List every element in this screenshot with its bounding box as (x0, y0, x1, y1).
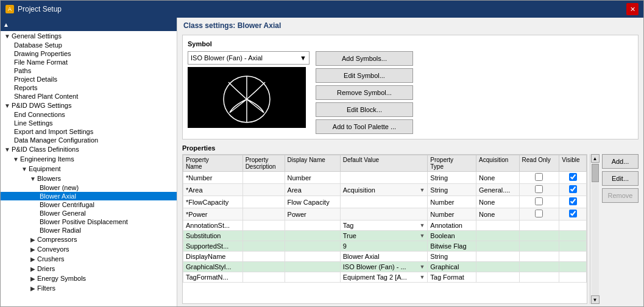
tree-item-paths[interactable]: Paths (1, 66, 177, 75)
table-row[interactable]: *FlowCapacity Flow Capacity Number None (183, 196, 587, 208)
tree-item-data-manager[interactable]: Data Manager Configuration (1, 136, 177, 144)
visible-checkbox[interactable] (569, 197, 577, 205)
cell-visible (559, 272, 587, 283)
cell-acq: None (476, 196, 519, 208)
properties-table-container[interactable]: PropertyName PropertyDescription Display… (182, 154, 587, 304)
tree-item-compressors[interactable]: ▶ Compressors (1, 235, 177, 244)
edit-property-button[interactable]: Edit... (602, 171, 639, 186)
tree-item-engineering-items[interactable]: ▼ Engineering Items (1, 154, 177, 164)
tree-item-drawing-properties[interactable]: Drawing Properties (1, 49, 177, 58)
tree-item-driers[interactable]: ▶ Driers (1, 264, 177, 273)
table-row[interactable]: SupportedSt... 9 Bitwise Flag (183, 241, 587, 252)
tree-item-blower-new[interactable]: Blower (new) (1, 183, 177, 192)
scroll-thumb[interactable] (592, 164, 599, 182)
tree-item-blower-centrifugal[interactable]: Blower Centrifugal (1, 200, 177, 209)
tree-item-blower-radial[interactable]: Blower Radial (1, 226, 177, 235)
table-row[interactable]: Substitution True ▼ (183, 231, 587, 241)
expand-icon-energy[interactable]: ▶ (29, 274, 37, 283)
readonly-checkbox[interactable] (535, 185, 543, 193)
tree-item-database-setup[interactable]: Database Setup (1, 41, 177, 49)
cell-readonly (519, 231, 559, 241)
remove-property-button[interactable]: Remove (602, 188, 639, 203)
class-settings-header: Class settings: Blower Axial (177, 18, 643, 32)
tree-item-equipment[interactable]: ▼ Equipment (1, 164, 177, 174)
expand-icon-pid-dwg[interactable]: ▼ (3, 101, 12, 110)
expand-icon-crushers[interactable]: ▶ (29, 255, 37, 263)
default-value-dropdown[interactable]: Equipment Tag 2 [A... ▼ (343, 273, 425, 281)
expand-icon-compressors[interactable]: ▶ (29, 235, 37, 244)
tree-item-line-settings[interactable]: Line Settings (1, 119, 177, 127)
tree-item-energy-symbols[interactable]: ▶ Energy Symbols (1, 273, 177, 283)
cell-acq (476, 252, 519, 262)
visible-checkbox[interactable] (569, 210, 577, 217)
tree-item-blower-axial[interactable]: Blower Axial (1, 192, 177, 200)
expand-icon-blowers[interactable]: ▼ (29, 174, 37, 183)
cell-type: Number (428, 208, 476, 221)
edit-symbol-button[interactable]: Edit Symbol... (316, 68, 413, 83)
default-value-dropdown[interactable]: Tag ▼ (343, 222, 425, 229)
tree-item-end-connections[interactable]: End Connections (1, 110, 177, 119)
cell-name: Substitution (183, 231, 243, 241)
expand-icon-general[interactable]: ▼ (3, 32, 12, 40)
scroll-up-arrow[interactable]: ▲ (591, 154, 600, 163)
tree-item-pid-dwg-settings[interactable]: ▼ P&ID DWG Settings (1, 101, 177, 110)
readonly-checkbox[interactable] (535, 210, 543, 217)
readonly-checkbox[interactable] (535, 173, 543, 181)
scroll-down-arrow[interactable]: ▼ (591, 295, 600, 304)
readonly-checkbox[interactable] (535, 197, 543, 205)
expand-icon-filters[interactable]: ▶ (29, 284, 37, 292)
tree-item-filters[interactable]: ▶ Filters (1, 283, 177, 293)
tree-scroll-area[interactable]: ▼ General Settings Database Setup Drawin… (1, 31, 177, 306)
expand-icon-equip[interactable]: ▼ (20, 164, 29, 173)
remove-symbol-button[interactable]: Remove Symbol... (316, 85, 413, 100)
cell-acq (476, 241, 519, 252)
visible-checkbox[interactable] (569, 185, 577, 193)
add-symbols-button[interactable]: Add Symbols... (316, 51, 413, 66)
close-button[interactable]: ✕ (626, 3, 639, 15)
table-scrollbar[interactable]: ▲ ▼ (590, 154, 600, 304)
add-to-tool-palette-button[interactable]: Add to Tool Palette ... (316, 119, 413, 134)
table-row[interactable]: AnnotationSt... Tag ▼ (183, 221, 587, 231)
tree-item-blower-positive-displacement[interactable]: Blower Positive Displacement (1, 217, 177, 226)
table-row[interactable]: *Power Power Number None (183, 208, 587, 221)
col-property-name: PropertyName (183, 155, 243, 172)
tree-item-conveyors[interactable]: ▶ Conveyors (1, 244, 177, 254)
main-content: ▲ ▼ General Settings Database Setup Draw… (1, 18, 643, 306)
table-row[interactable]: *Area Area Acquisition ▼ (183, 184, 587, 196)
cell-acq (476, 262, 519, 272)
cell-display (285, 262, 340, 272)
tree-item-reports[interactable]: Reports (1, 83, 177, 92)
cell-name: *Area (183, 184, 243, 196)
expand-icon-conveyors[interactable]: ▶ (29, 245, 37, 253)
expand-icon-driers[interactable]: ▶ (29, 264, 37, 273)
tree-item-general-settings[interactable]: ▼ General Settings (1, 31, 177, 41)
default-value-dropdown[interactable]: Acquisition ▼ (343, 186, 425, 194)
table-row[interactable]: GraphicalStyl... ISO Blower (Fan) - ... … (183, 262, 587, 272)
cell-acq: General.... (476, 184, 519, 196)
expand-icon-eng[interactable]: ▼ (12, 155, 20, 163)
symbol-dropdown[interactable]: ISO Blower (Fan) - Axial ▼ (188, 51, 310, 65)
tree-item-project-details[interactable]: Project Details (1, 75, 177, 83)
add-property-button[interactable]: Add... (602, 154, 639, 169)
right-panel: Class settings: Blower Axial Symbol ISO … (177, 18, 643, 306)
dropdown-arrow-icon: ▼ (419, 187, 425, 193)
table-row[interactable]: TagFormatN... Equipment Tag 2 [A... ▼ (183, 272, 587, 283)
scroll-track[interactable] (592, 163, 599, 295)
default-value-dropdown[interactable]: True ▼ (343, 232, 425, 239)
visible-checkbox[interactable] (569, 173, 577, 181)
tree-item-pid-class-defs[interactable]: ▼ P&ID Class Definitions (1, 144, 177, 154)
tree-item-file-name-format[interactable]: File Name Format (1, 58, 177, 66)
tree-item-blowers[interactable]: ▼ Blowers (1, 174, 177, 183)
table-row[interactable]: DisplayName Blower Axial String (183, 252, 587, 262)
cell-display: Area (285, 184, 340, 196)
default-value-dropdown[interactable]: ISO Blower (Fan) - ... ▼ (343, 263, 425, 270)
tree-item-export-import[interactable]: Export and Import Settings (1, 127, 177, 136)
properties-table-wrapper: PropertyName PropertyDescription Display… (182, 154, 639, 304)
table-row[interactable]: *Number Number String None (183, 172, 587, 184)
tree-item-blower-general[interactable]: Blower General (1, 209, 177, 217)
tree-item-shared-plant-content[interactable]: Shared Plant Content (1, 92, 177, 101)
edit-block-button[interactable]: Edit Block... (316, 102, 413, 117)
tree-item-crushers[interactable]: ▶ Crushers (1, 254, 177, 264)
cell-type: String (428, 252, 476, 262)
expand-icon-pid-class[interactable]: ▼ (3, 145, 12, 154)
